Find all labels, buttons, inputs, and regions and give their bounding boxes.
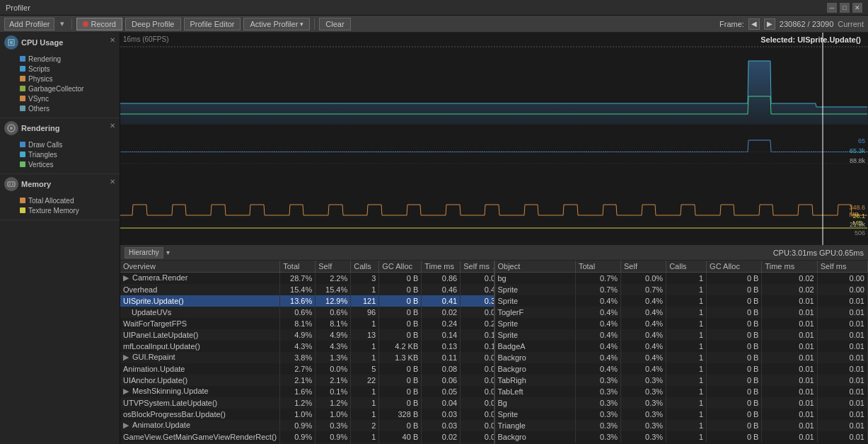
table-row[interactable]: Backgro 0.4% 0.4% 1 0 B 0.01 0.01 [495,352,868,363]
table-row[interactable]: ▶ GUI.Repaint 3.8% 1.3% 1 1.3 KB 0.11 0.… [120,352,495,363]
table-row[interactable]: Backgro 0.4% 0.4% 1 0 B 0.01 0.01 [495,363,868,375]
cell-gc-alloc: 0 B [379,397,422,409]
hierarchy-button[interactable]: Hierarchy [125,247,163,258]
th-overview[interactable]: Overview [120,261,280,273]
add-profiler-button[interactable]: Add Profiler [4,18,54,30]
cell-r-self: 0.4% [621,307,666,318]
maximize-button[interactable]: □ [840,3,850,13]
th-r-total[interactable]: Total [575,261,620,273]
cell-r-self-ms: 0.01 [817,318,867,329]
cell-r-calls: 1 [666,307,707,318]
cell-time-ms: 0.08 [422,363,461,375]
table-row[interactable]: Sprite 0.4% 0.4% 1 0 B 0.01 0.01 [495,318,868,329]
cell-r-self: 0.4% [621,295,666,307]
table-row[interactable]: UIAnchor.Update() 2.1% 2.1% 22 0 B 0.06 … [120,375,495,386]
cpu-graph-container: 16ms (60FPS) [120,33,868,125]
cell-r-total: 0.4% [575,318,620,329]
table-row[interactable]: Sprite 0.4% 0.4% 1 0 B 0.01 0.01 [495,329,868,341]
rendering-item-vertices-label: Vertices [28,161,54,169]
table-row[interactable]: ▶ Camera.Render 28.7% 2.2% 3 0 B 0.86 0.… [120,273,495,284]
table-row[interactable]: UIPanel.LateUpdate() 4.9% 4.9% 13 0 B 0.… [120,329,495,341]
table-row[interactable]: UpdateUVs 0.6% 0.6% 96 0 B 0.02 0.02 [120,307,495,318]
table-row[interactable]: GameView.GetMainGameViewRenderRect() 0.9… [120,431,495,443]
table-row[interactable]: mfLocalInput.Update() 4.3% 4.3% 1 4.2 KB… [120,341,495,352]
cell-r-time-ms: 0.01 [762,420,817,431]
th-self-ms[interactable]: Self ms ▲ [461,261,495,273]
rendering-close-button[interactable]: ✕ [108,121,117,130]
cell-self-ms: 0.38 [461,295,495,307]
active-profiler-button[interactable]: Active Profiler ▾ [243,18,310,30]
rendering-section-header[interactable]: Rendering ✕ [0,118,120,138]
table-row[interactable]: osBlockProgressBar.Update() 1.0% 1.0% 1 … [120,409,495,420]
table-row[interactable]: BadgeA 0.4% 0.4% 1 0 B 0.01 0.01 [495,341,868,352]
table-row[interactable]: UTVPSystem.LateUpdate() 1.2% 1.2% 1 0 B … [120,397,495,409]
table-row[interactable]: ToglerF 0.4% 0.4% 1 0 B 0.01 0.01 [495,307,868,318]
expand-arrow-icon: ▶ [123,353,131,361]
table-row[interactable]: Sprite 0.7% 0.7% 1 0 B 0.02 0.00 [495,284,868,295]
memory-close-button[interactable]: ✕ [108,177,117,186]
cpu-close-button[interactable]: ✕ [108,35,117,44]
table-row[interactable]: Sprite 0.3% 0.3% 1 0 B 0.01 0.01 [495,409,868,420]
cell-r-self-ms: 0.01 [817,329,867,341]
th-r-self[interactable]: Self [621,261,666,273]
rendering-graph-container: 65 65.3k 88.8k [120,125,868,203]
left-table: Overview Total Self Calls GC Alloc Time … [120,261,495,444]
cpu-item-scripts: Scripts [20,64,114,74]
table-row[interactable]: UISprite.Update() 13.6% 12.9% 121 0 B 0.… [120,295,495,307]
table-row[interactable]: WaitForTargetFPS 8.1% 8.1% 1 0 B 0.24 0.… [120,318,495,329]
th-r-gc-alloc[interactable]: GC Alloc [707,261,762,273]
table-row[interactable]: Animation.Update 2.7% 0.0% 5 0 B 0.08 0.… [120,363,495,375]
table-row[interactable]: Overhead 15.4% 15.4% 1 0 B 0.46 0.46 [120,284,495,295]
close-button[interactable]: ✕ [852,3,862,13]
th-object[interactable]: Object [495,261,576,273]
table-row[interactable]: Bg 0.3% 0.3% 1 0 B 0.01 0.01 [495,397,868,409]
minimize-button[interactable]: ─ [827,3,837,13]
cell-self-ms: 0.24 [461,318,495,329]
cell-total: 15.4% [280,284,316,295]
cell-object: Backgro [495,363,576,375]
memory-section-header[interactable]: Memory ✕ [0,174,120,194]
memory-item-texture: Texture Memory [20,205,114,215]
memory-graph[interactable] [120,203,868,245]
cell-r-self-ms: 0.01 [817,420,867,431]
table-row[interactable]: TabLeft 0.3% 0.3% 1 0 B 0.01 0.01 [495,386,868,397]
clear-button[interactable]: Clear [319,18,350,30]
right-table-body: bg 0.7% 0.0% 1 0 B 0.02 0.00 Sprite 0.7%… [495,273,868,443]
cell-r-gc-alloc: 0 B [707,397,762,409]
th-r-self-ms[interactable]: Self ms [817,261,867,273]
cell-r-time-ms: 0.01 [762,295,817,307]
cell-name: GameView.GetMainGameViewRenderRect() [120,431,280,443]
table-row[interactable]: ▶ MeshSkinning.Update 1.6% 0.1% 1 0 B 0.… [120,386,495,397]
th-time-ms[interactable]: Time ms [422,261,461,273]
cell-r-self: 0.4% [621,352,666,363]
th-self[interactable]: Self [316,261,351,273]
cpu-section-header[interactable]: CPU Usage ✕ [0,33,120,52]
cell-name: ▶ Animator.Update [120,420,280,431]
th-r-calls[interactable]: Calls [666,261,707,273]
th-total[interactable]: Total [280,261,316,273]
frame-next-button[interactable]: ▶ [764,18,775,30]
th-r-time-ms[interactable]: Time ms [762,261,817,273]
table-row[interactable]: bg 0.7% 0.0% 1 0 B 0.02 0.00 [495,273,868,284]
table-row[interactable]: ▶ Animator.Update 0.9% 0.3% 2 0 B 0.03 0… [120,420,495,431]
th-gc-alloc[interactable]: GC Alloc [379,261,422,273]
memory-section-items: Total Allocated Texture Memory [0,194,120,220]
table-row[interactable]: Sprite 0.4% 0.4% 1 0 B 0.01 0.01 [495,295,868,307]
rendering-graph[interactable] [120,125,868,203]
deep-profile-button[interactable]: Deep Profile [125,18,181,30]
cell-r-gc-alloc: 0 B [707,363,762,375]
frame-prev-button[interactable]: ◀ [748,18,760,30]
cell-total: 0.9% [280,431,316,443]
th-calls[interactable]: Calls [351,261,379,273]
record-button[interactable]: Record [76,18,122,30]
cell-name: mfLocalInput.Update() [120,341,280,352]
table-row[interactable]: TabRigh 0.3% 0.3% 1 0 B 0.01 0.01 [495,375,868,386]
cell-r-total: 0.4% [575,363,620,375]
expand-arrow-icon: ▶ [123,421,131,429]
cell-time-ms: 0.06 [422,375,461,386]
cpu-graph[interactable] [120,33,868,125]
cell-self: 0.0% [316,363,351,375]
profile-editor-button[interactable]: Profile Editor [184,18,241,30]
table-row[interactable]: Triangle 0.3% 0.3% 1 0 B 0.01 0.01 [495,420,868,431]
table-row[interactable]: Backgro 0.3% 0.3% 1 0 B 0.01 0.01 [495,431,868,443]
